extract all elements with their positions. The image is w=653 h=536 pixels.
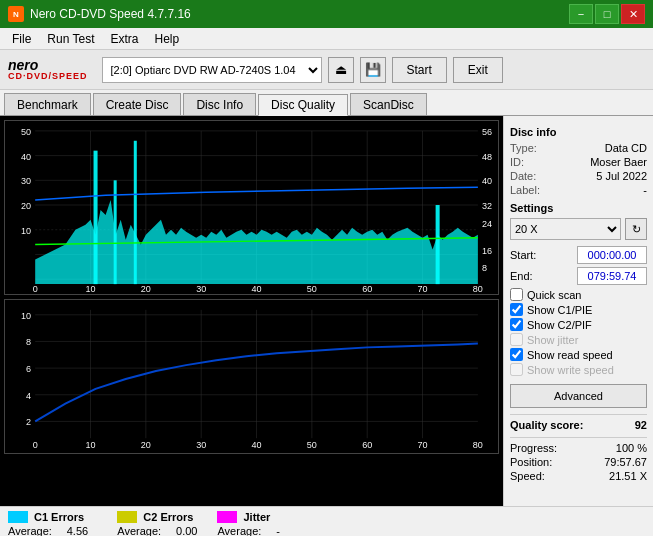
menu-file[interactable]: File xyxy=(4,30,39,48)
legend: C1 Errors Average: 4.56 Maximum: 47 Tota… xyxy=(0,506,653,536)
legend-jitter: Jitter Average: - Maximum: - xyxy=(217,511,279,536)
c2-avg-label: Average: xyxy=(117,525,168,536)
svg-text:50: 50 xyxy=(21,127,31,137)
svg-text:40: 40 xyxy=(482,176,492,186)
svg-rect-40 xyxy=(5,300,498,453)
svg-text:16: 16 xyxy=(482,247,492,257)
show-read-speed-row: Show read speed xyxy=(510,348,647,361)
menu-help[interactable]: Help xyxy=(147,30,188,48)
tab-benchmark[interactable]: Benchmark xyxy=(4,93,91,115)
end-label: End: xyxy=(510,270,533,282)
bottom-chart: 10 8 6 4 2 0 10 20 30 40 50 60 70 80 xyxy=(4,299,499,454)
legend-jitter-header: Jitter xyxy=(217,511,279,523)
svg-text:24: 24 xyxy=(482,219,492,229)
show-c1pie-checkbox[interactable] xyxy=(510,303,523,316)
tab-disc-info[interactable]: Disc Info xyxy=(183,93,256,115)
show-write-speed-checkbox xyxy=(510,363,523,376)
disc-date-label: Date: xyxy=(510,170,536,182)
start-time-input[interactable] xyxy=(577,246,647,264)
speed-prog-value: 21.51 X xyxy=(609,470,647,482)
quality-score-value: 92 xyxy=(635,419,647,431)
svg-text:2: 2 xyxy=(26,417,31,427)
legend-jitter-color xyxy=(217,511,237,523)
show-c2pif-checkbox[interactable] xyxy=(510,318,523,331)
eject-button[interactable]: ⏏ xyxy=(328,57,354,83)
svg-text:0: 0 xyxy=(33,284,38,294)
menu-extra[interactable]: Extra xyxy=(102,30,146,48)
speed-select[interactable]: Max2 X4 X8 X10 X16 X20 X40 X xyxy=(510,218,621,240)
nero-text: nero xyxy=(8,58,88,72)
close-button[interactable]: ✕ xyxy=(621,4,645,24)
show-c2pif-label: Show C2/PIF xyxy=(527,319,592,331)
svg-text:50: 50 xyxy=(307,440,317,450)
exit-button[interactable]: Exit xyxy=(453,57,503,83)
svg-text:30: 30 xyxy=(196,440,206,450)
chart-area: 50 40 30 20 10 56 48 40 32 24 16 8 0 10 … xyxy=(0,116,503,506)
disc-date-value: 5 Jul 2022 xyxy=(596,170,647,182)
show-jitter-row: Show jitter xyxy=(510,333,647,346)
maximize-button[interactable]: □ xyxy=(595,4,619,24)
show-c1pie-label: Show C1/PIE xyxy=(527,304,592,316)
svg-text:30: 30 xyxy=(21,176,31,186)
disc-id-value: Moser Baer xyxy=(590,156,647,168)
quick-scan-label: Quick scan xyxy=(527,289,581,301)
svg-text:60: 60 xyxy=(362,284,372,294)
tab-scan-disc[interactable]: ScanDisc xyxy=(350,93,427,115)
advanced-button[interactable]: Advanced xyxy=(510,384,647,408)
title-bar: N Nero CD-DVD Speed 4.7.7.16 − □ ✕ xyxy=(0,0,653,28)
quick-scan-checkbox[interactable] xyxy=(510,288,523,301)
svg-rect-16 xyxy=(114,180,117,284)
position-row: Position: 79:57.67 xyxy=(510,456,647,468)
tab-disc-quality[interactable]: Disc Quality xyxy=(258,94,348,116)
toolbar: nero CD·DVD/SPEED [2:0] Optiarc DVD RW A… xyxy=(0,50,653,90)
c2-avg-value: 0.00 xyxy=(176,525,197,536)
tab-create-disc[interactable]: Create Disc xyxy=(93,93,182,115)
svg-text:0: 0 xyxy=(33,440,38,450)
svg-text:20: 20 xyxy=(141,440,151,450)
quick-scan-row: Quick scan xyxy=(510,288,647,301)
svg-rect-18 xyxy=(436,205,440,284)
svg-rect-15 xyxy=(94,151,98,284)
menu-bar: File Run Test Extra Help xyxy=(0,28,653,50)
legend-c2: C2 Errors Average: 0.00 Maximum: 0 Total… xyxy=(117,511,197,536)
speed-row: Max2 X4 X8 X10 X16 X20 X40 X ↻ xyxy=(510,218,647,240)
legend-c2-stats: Average: 0.00 Maximum: 0 Total: 0 xyxy=(117,525,197,536)
show-c2pif-row: Show C2/PIF xyxy=(510,318,647,331)
progress-row: Progress: 100 % xyxy=(510,442,647,454)
svg-text:80: 80 xyxy=(473,440,483,450)
c1-avg-value: 4.56 xyxy=(67,525,98,536)
save-button[interactable]: 💾 xyxy=(360,57,386,83)
show-c1pie-row: Show C1/PIE xyxy=(510,303,647,316)
progress-section: Progress: 100 % Position: 79:57.67 Speed… xyxy=(510,437,647,482)
app-icon: N xyxy=(8,6,24,22)
start-time-row: Start: xyxy=(510,246,647,264)
quality-score-row: Quality score: 92 xyxy=(510,414,647,431)
svg-text:70: 70 xyxy=(418,284,428,294)
legend-c1-label: C1 Errors xyxy=(34,511,84,523)
nero-logo: nero CD·DVD/SPEED xyxy=(8,58,88,81)
legend-c1-stats: Average: 4.56 Maximum: 47 Total: 21876 xyxy=(8,525,97,536)
svg-text:8: 8 xyxy=(482,263,487,273)
refresh-button[interactable]: ↻ xyxy=(625,218,647,240)
svg-text:48: 48 xyxy=(482,152,492,162)
svg-text:40: 40 xyxy=(21,152,31,162)
end-time-input[interactable] xyxy=(577,267,647,285)
show-read-speed-checkbox[interactable] xyxy=(510,348,523,361)
svg-text:20: 20 xyxy=(21,201,31,211)
svg-text:56: 56 xyxy=(482,127,492,137)
right-panel: Disc info Type: Data CD ID: Moser Baer D… xyxy=(503,116,653,506)
start-button[interactable]: Start xyxy=(392,57,447,83)
legend-jitter-stats: Average: - Maximum: - xyxy=(217,525,279,536)
quality-score-label: Quality score: xyxy=(510,419,583,431)
title-bar-text: Nero CD-DVD Speed 4.7.7.16 xyxy=(30,7,191,21)
disc-label-label: Label: xyxy=(510,184,540,196)
menu-run-test[interactable]: Run Test xyxy=(39,30,102,48)
legend-c2-color xyxy=(117,511,137,523)
jitter-avg-label: Average: xyxy=(217,525,268,536)
minimize-button[interactable]: − xyxy=(569,4,593,24)
drive-select[interactable]: [2:0] Optiarc DVD RW AD-7240S 1.04 xyxy=(102,57,322,83)
disc-info-title: Disc info xyxy=(510,126,647,138)
svg-text:40: 40 xyxy=(251,284,261,294)
disc-id-label: ID: xyxy=(510,156,524,168)
end-time-row: End: xyxy=(510,267,647,285)
